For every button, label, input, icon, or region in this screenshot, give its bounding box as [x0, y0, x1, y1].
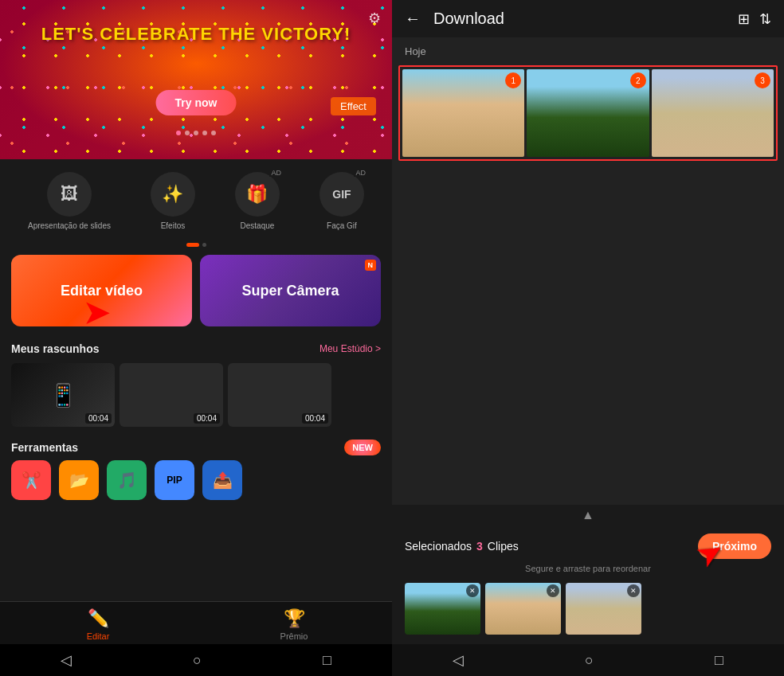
select-badge-3: 3 — [755, 72, 770, 88]
dot-1 — [176, 131, 181, 135]
edit-video-label: Editar vídeo — [61, 283, 143, 299]
tools-new-badge: NEW — [344, 440, 381, 455]
tool-pip[interactable]: PIP — [155, 460, 194, 500]
drafts-row: 📱 00:04 00:04 00:04 — [0, 360, 392, 435]
tool-export[interactable]: 📤 — [202, 460, 242, 500]
gif-label: Faça Gif — [327, 221, 357, 230]
destaque-ad-badge: AD — [269, 169, 283, 177]
super-camera-label: Super Câmera — [241, 283, 339, 299]
pip-icon: PIP — [155, 460, 194, 500]
select-badge-2: 2 — [630, 72, 646, 88]
right-spacer — [392, 164, 784, 505]
banner: LET'S CELEBRATE THE VICTORY! Try now Eff… — [0, 0, 392, 159]
drafts-header: Meus rascunhos Meu Estúdio > — [0, 338, 392, 360]
action-effects[interactable]: ✨ Efeitos — [151, 172, 195, 230]
dot-4 — [202, 131, 207, 135]
feature-dot-2 — [202, 243, 206, 247]
draft-duration-2: 00:04 — [194, 413, 220, 424]
grid-icon[interactable]: ⊞ — [738, 10, 750, 28]
right-recents-sys-icon[interactable]: □ — [715, 652, 723, 669]
tool-folder[interactable]: 📂 — [59, 460, 99, 500]
right-header: ← Download ⊞ ⇅ — [392, 0, 784, 37]
tools-row: ✂️ 📂 🎵 PIP 📤 — [0, 460, 392, 506]
big-buttons: Editar vídeo ➤ Super Câmera N — [0, 255, 392, 338]
remove-thumb-3[interactable]: ✕ — [627, 584, 640, 597]
bottom-nav: ✏️ Editar 🏆 Prêmio — [0, 601, 392, 644]
nav-edit[interactable]: ✏️ Editar — [0, 608, 196, 641]
media-item-3[interactable]: 3 — [652, 69, 774, 157]
effect-button[interactable]: Effect — [331, 97, 376, 115]
right-back-sys-icon[interactable]: ◁ — [453, 651, 464, 669]
effects-label: Efeitos — [161, 221, 186, 230]
left-panel: LET'S CELEBRATE THE VICTORY! Try now Eff… — [0, 0, 392, 676]
selected-count: 3 — [476, 540, 483, 553]
remove-thumb-2[interactable]: ✕ — [547, 584, 559, 597]
effects-icon: ✨ — [151, 172, 195, 217]
export-icon: 📤 — [202, 460, 242, 500]
slideshow-icon: 🖼 — [47, 172, 92, 217]
dot-2 — [185, 131, 190, 135]
tools-header: Ferramentas NEW — [0, 435, 392, 460]
right-sys-bar: ◁ ○ □ — [392, 644, 784, 676]
premio-nav-label: Prêmio — [280, 631, 308, 641]
proximo-button[interactable]: Próximo — [698, 533, 771, 559]
try-now-button[interactable]: Try now — [156, 90, 237, 115]
draft-item-2[interactable]: 00:04 — [120, 363, 223, 427]
gif-ad-badge: AD — [354, 169, 367, 177]
action-slideshow[interactable]: 🖼 Apresentação de slides — [28, 172, 111, 230]
tool-cut[interactable]: ✂️ — [11, 460, 51, 500]
selected-panel: ▲ Selecionados 3 Clipes Próximo Segure e… — [392, 505, 784, 644]
edit-nav-icon: ✏️ — [88, 608, 109, 629]
selected-info: Selecionados 3 Clipes — [405, 540, 519, 553]
cut-icon: ✂️ — [11, 460, 51, 500]
dot-3 — [194, 131, 198, 135]
studio-link[interactable]: Meu Estúdio > — [319, 343, 381, 354]
media-item-2[interactable]: 2 — [527, 69, 649, 157]
remove-thumb-1[interactable]: ✕ — [466, 584, 479, 597]
right-home-sys-icon[interactable]: ○ — [585, 652, 594, 669]
sel-thumb-2[interactable]: ✕ — [485, 583, 561, 635]
arrow-icon-left: ➤ — [84, 295, 109, 326]
edit-video-button[interactable]: Editar vídeo ➤ — [11, 255, 192, 326]
action-destaque[interactable]: 🎁 AD Destaque — [235, 172, 280, 230]
back-sys-icon[interactable]: ◁ — [61, 651, 72, 669]
header-icons: ⊞ ⇅ — [738, 10, 771, 28]
slideshow-label: Apresentação de slides — [28, 221, 111, 230]
nav-premio[interactable]: 🏆 Prêmio — [196, 608, 392, 641]
media-grid: 1 2 3 — [392, 62, 784, 164]
draft-item-1[interactable]: 📱 00:04 — [11, 363, 115, 427]
selected-label: Selecionados — [405, 540, 472, 553]
collapse-icon[interactable]: ▲ — [392, 505, 784, 526]
tool-music[interactable]: 🎵 — [107, 460, 147, 500]
draft-duration-1: 00:04 — [85, 413, 112, 424]
tools-title: Ferramentas — [11, 441, 78, 454]
clips-label: Clipes — [488, 540, 519, 553]
folder-icon: 📂 — [59, 460, 99, 500]
action-gif[interactable]: GIF AD Faça Gif — [319, 172, 364, 230]
banner-dots — [176, 131, 216, 135]
gif-icon: GIF — [319, 172, 364, 217]
destaque-label: Destaque — [241, 221, 275, 230]
download-title: Download — [433, 10, 725, 28]
music-icon: 🎵 — [107, 460, 147, 500]
gear-icon[interactable]: ⚙ — [368, 10, 381, 27]
sel-thumb-3[interactable]: ✕ — [566, 583, 641, 635]
selected-thumbs: ✕ ✕ ✕ — [392, 578, 784, 644]
selected-top: Selecionados 3 Clipes Próximo — [392, 526, 784, 562]
draft-duration-3: 00:04 — [302, 413, 328, 424]
destaque-icon: 🎁 — [235, 172, 280, 217]
home-sys-icon[interactable]: ○ — [193, 652, 202, 669]
super-camera-button[interactable]: Super Câmera N — [200, 255, 381, 326]
drag-hint: Segure e arraste para reordenar — [392, 562, 784, 578]
feature-dot-1 — [186, 243, 199, 247]
sel-thumb-1[interactable]: ✕ — [405, 583, 480, 635]
date-label: Hoje — [392, 37, 784, 62]
draft-item-3[interactable]: 00:04 — [228, 363, 331, 427]
media-selected-group: 1 2 3 — [398, 65, 778, 161]
back-button[interactable]: ← — [405, 10, 421, 28]
new-badge: N — [365, 260, 377, 271]
tools-new-wrapper: NEW — [344, 440, 381, 455]
recents-sys-icon[interactable]: □ — [323, 652, 331, 669]
sort-icon[interactable]: ⇅ — [759, 10, 771, 28]
media-item-1[interactable]: 1 — [402, 69, 524, 157]
